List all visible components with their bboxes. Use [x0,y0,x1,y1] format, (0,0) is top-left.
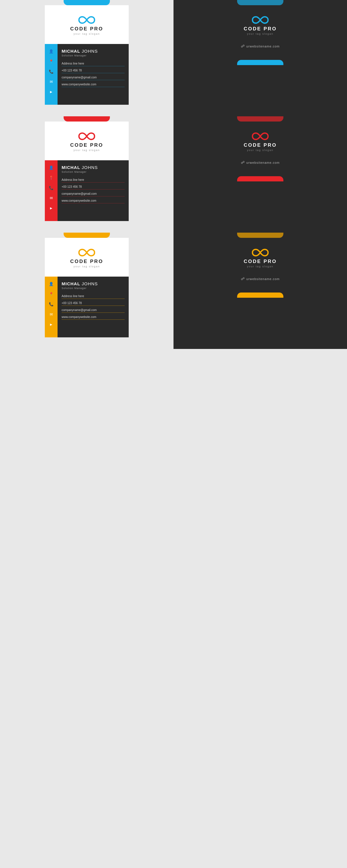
back-logo-yellow: CODE PRO your tag slogan [244,248,277,268]
divider2-blue [62,73,125,73]
email-text-red: companyname@gmail.com [62,191,125,196]
phone-text-yellow: +00 123 456 78 [62,301,125,306]
cursor-icon-red: ► [50,206,53,210]
phone-text-red: +00 123 456 78 [62,184,125,189]
infinity-icon-blue [78,16,95,24]
phone-icon-yellow: 📞 [49,302,54,306]
website-text-red: www.companywebsite.com [62,198,125,203]
logo-red: CODE PRO your tag slogan [70,132,103,152]
address-text-red: Address line here [62,177,125,182]
back-logo-slogan-red: your tag slogan [247,149,274,152]
right-section-blue: CODE PRO your tag slogan ☍ urwebsitename… [174,0,347,116]
divider4-yellow [62,319,125,320]
person-name-blue: MICHAL JOHNS [62,49,125,54]
website-text-yellow: www.companywebsite.com [62,314,125,319]
card-front-red: CODE PRO your tag slogan [45,122,129,160]
globe-icon-yellow: ☍ [241,277,245,281]
divider1-yellow [62,299,125,299]
logo-name-front-yellow: CODE PRO [70,259,103,265]
person-title-blue: Solution Manager [62,54,125,57]
infinity-icon-back-red [252,132,269,141]
info-card-red: 👤 📍 📞 ✉ ► MICHAL JOHNS Solution Manager … [45,160,129,221]
divider3-blue [62,80,125,80]
divider4-red [62,203,125,204]
card-back-yellow: CODE PRO your tag slogan ☍ urwebsitename… [218,238,302,287]
right-section-red: CODE PRO your tag slogan ☍ urwebsitename… [174,116,347,232]
back-website-yellow: ☍ urwebsitename.com [241,277,280,281]
card-front-yellow: CODE PRO your tag slogan [45,238,129,277]
infinity-icon-back-blue [252,16,269,24]
top-accent-yellow [64,232,110,238]
back-website-red: ☍ urwebsitename.com [241,160,280,165]
info-sidebar-blue: 👤 📍 📞 ✉ ► [45,44,58,105]
email-text-yellow: companyname@gmail.com [62,308,125,312]
email-text-blue: companyname@gmail.com [62,75,125,80]
top-accent-blue [64,0,110,5]
logo-slogan-front-blue: your tag slogan [73,32,100,35]
top-accent-red [64,116,110,122]
person-name-red: MICHAL JOHNS [62,165,125,170]
logo-yellow: CODE PRO your tag slogan [70,248,103,268]
cursor-icon-yellow: ► [50,322,53,327]
website-text-blue: www.companywebsite.com [62,82,125,87]
cursor-icon: ► [50,90,53,94]
address-text-blue: Address line here [62,61,125,66]
phone-text-blue: +00 123 456 78 [62,68,125,73]
email-icon: ✉ [50,80,53,84]
back-logo-name-blue: CODE PRO [244,26,277,32]
bottom-accent-back-blue [237,60,283,65]
infinity-icon-back-yellow [252,248,269,257]
divider1-red [62,182,125,183]
info-card-yellow: 👤 📍 📞 ✉ ► MICHAL JOHNS Solution Manager … [45,277,129,337]
divider3-yellow [62,312,125,313]
info-card-blue: 👤 📍 📞 ✉ ► MICHAL JOHNS Solution Manager … [45,44,129,105]
info-sidebar-red: 👤 📍 📞 ✉ ► [45,160,58,221]
address-text-yellow: Address line here [62,294,125,299]
infinity-icon-red [78,132,95,141]
card-front-blue: CODE PRO your tag slogan [45,5,129,44]
phone-icon-red: 📞 [49,186,54,190]
right-section-yellow: CODE PRO your tag slogan ☍ urwebsitename… [174,232,347,349]
back-logo-name-yellow: CODE PRO [244,259,277,265]
location-icon: 📍 [49,59,54,64]
top-accent-back-blue [237,0,283,5]
person-icon-yellow: 👤 [49,282,54,286]
email-icon-red: ✉ [50,196,53,200]
email-icon-yellow: ✉ [50,312,53,316]
back-logo-red: CODE PRO your tag slogan [244,132,277,152]
divider2-yellow [62,306,125,306]
back-logo-blue: CODE PRO your tag slogan [244,16,277,35]
back-website-blue: ☍ urwebsitename.com [241,44,280,48]
person-icon-red: 👤 [49,165,54,170]
person-title-red: Solution Manager [62,170,125,173]
person-title-yellow: Solution Manager [62,287,125,290]
left-section-red: CODE PRO your tag slogan 👤 📍 📞 ✉ ► MICHA… [0,116,174,232]
logo-slogan-front-red: your tag slogan [73,149,100,152]
globe-icon-blue: ☍ [241,44,245,48]
bottom-accent-back-yellow [237,292,283,298]
person-icon: 👤 [49,49,54,54]
card-back-red: CODE PRO your tag slogan ☍ urwebsitename… [218,122,302,170]
info-main-yellow: MICHAL JOHNS Solution Manager Address li… [58,277,129,337]
divider1-blue [62,66,125,66]
logo-name-front-blue: CODE PRO [70,26,103,32]
globe-icon-red: ☍ [241,160,245,165]
divider3-red [62,196,125,196]
card-back-blue: CODE PRO your tag slogan ☍ urwebsitename… [218,5,302,54]
back-logo-name-red: CODE PRO [244,142,277,148]
person-name-yellow: MICHAL JOHNS [62,281,125,286]
back-logo-slogan-blue: your tag slogan [247,32,274,35]
logo-slogan-front-yellow: your tag slogan [73,265,100,268]
bottom-accent-back-red [237,176,283,181]
logo-blue: CODE PRO your tag slogan [70,16,103,35]
phone-icon: 📞 [49,69,54,74]
info-main-blue: MICHAL JOHNS Solution Manager Address li… [58,44,129,105]
infinity-icon-yellow [78,248,95,257]
location-icon-yellow: 📍 [49,292,54,296]
back-logo-slogan-yellow: your tag slogan [247,265,274,268]
location-icon-red: 📍 [49,176,54,180]
left-section-yellow: CODE PRO your tag slogan 👤 📍 📞 ✉ ► MICHA… [0,232,174,349]
logo-name-front-red: CODE PRO [70,142,103,148]
info-main-red: MICHAL JOHNS Solution Manager Address li… [58,160,129,221]
info-sidebar-yellow: 👤 📍 📞 ✉ ► [45,277,58,337]
